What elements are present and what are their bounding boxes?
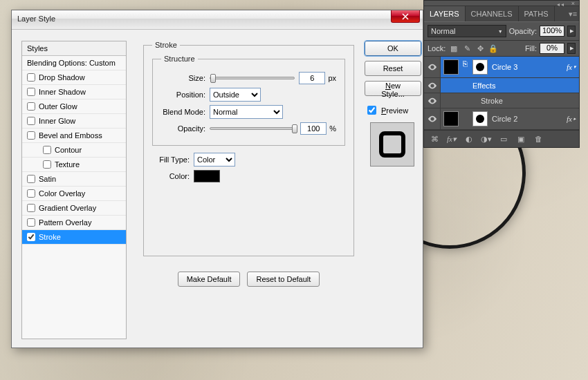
panel-close-icon[interactable]: × — [571, 0, 575, 7]
fx-badge[interactable]: fx — [567, 115, 572, 123]
opacity-slider-thumb[interactable] — [292, 124, 297, 133]
make-default-button[interactable]: Make Default — [178, 272, 241, 287]
fill-input[interactable]: 0% — [540, 43, 564, 54]
color-overlay-checkbox[interactable] — [27, 189, 35, 198]
size-slider-thumb[interactable] — [210, 74, 216, 83]
add-mask-icon[interactable]: ◐ — [463, 134, 475, 144]
satin-checkbox[interactable] — [27, 175, 35, 183]
visibility-toggle[interactable] — [424, 57, 441, 77]
lock-pixels-icon[interactable]: ✎ — [461, 43, 472, 54]
style-item-gradient-overlay[interactable]: Gradient Overlay — [22, 201, 126, 216]
dialog-titlebar[interactable]: Layer Style — [12, 10, 423, 30]
collapse-icon[interactable]: ◂◂ — [557, 1, 565, 8]
lock-all-icon[interactable]: 🔒 — [488, 43, 499, 54]
styles-header[interactable]: Styles — [22, 41, 126, 56]
fill-flyout-icon[interactable]: ▶ — [567, 43, 576, 54]
layer-style-dialog: Layer Style Styles Blending Options: Cus… — [11, 10, 423, 348]
drop-shadow-checkbox[interactable] — [27, 73, 35, 82]
bevel-checkbox[interactable] — [27, 131, 35, 140]
opacity-flyout-icon[interactable]: ▶ — [567, 26, 576, 37]
panel-opacity-label: Opacity: — [509, 27, 537, 35]
eye-icon — [428, 62, 437, 72]
eye-icon — [428, 96, 437, 106]
size-label: Size: — [161, 74, 205, 82]
lock-position-icon[interactable]: ✥ — [475, 43, 486, 54]
panel-menu-icon[interactable]: ▾≡ — [567, 6, 579, 21]
layer-thumb[interactable] — [443, 59, 459, 75]
link-icon[interactable]: ⎘ — [463, 59, 468, 75]
visibility-toggle[interactable] — [424, 78, 441, 93]
style-item-stroke[interactable]: Stroke — [22, 230, 126, 245]
layer-blend-mode-select[interactable]: Normal▼ — [428, 25, 506, 37]
layer-thumb[interactable] — [443, 111, 459, 126]
style-item-inner-glow[interactable]: Inner Glow — [22, 114, 126, 129]
layer-mask[interactable] — [472, 111, 488, 126]
blend-mode-label: Blend Mode: — [161, 108, 205, 116]
fx-badge[interactable]: fx — [567, 63, 572, 71]
contour-checkbox[interactable] — [43, 146, 51, 154]
inner-shadow-checkbox[interactable] — [27, 88, 35, 96]
link-layers-icon[interactable]: ⌘ — [429, 134, 440, 144]
stroke-checkbox[interactable] — [27, 233, 35, 241]
layer-name[interactable]: Circle 3 — [492, 63, 517, 71]
layer-row-circle2[interactable]: Circle 2 fx▸ — [424, 108, 579, 130]
eye-icon — [428, 81, 437, 91]
style-item-texture[interactable]: Texture — [22, 158, 126, 172]
style-item-satin[interactable]: Satin — [22, 172, 126, 187]
tab-paths[interactable]: PATHS — [519, 6, 555, 21]
filltype-select[interactable]: Color — [194, 153, 235, 167]
effects-row[interactable]: Effects — [424, 78, 579, 93]
new-style-button[interactable]: NNew Style...ew Style... — [365, 81, 421, 96]
panel-grip[interactable]: ◂◂× — [424, 1, 579, 6]
styles-list: Styles Blending Options: Custom Drop Sha… — [21, 41, 127, 339]
dialog-action-column: OK Reset NNew Style...ew Style... Previe… — [365, 41, 421, 167]
inner-glow-checkbox[interactable] — [27, 117, 35, 125]
opacity-input[interactable] — [300, 122, 327, 135]
visibility-toggle[interactable] — [424, 108, 441, 129]
style-item-drop-shadow[interactable]: Drop Shadow — [22, 70, 126, 85]
new-group-icon[interactable]: ▭ — [498, 134, 509, 144]
window-close-button[interactable] — [391, 10, 420, 23]
reset-button[interactable]: Reset — [365, 61, 421, 76]
delete-layer-icon[interactable]: 🗑 — [533, 134, 544, 144]
stroke-color-swatch[interactable] — [194, 170, 220, 182]
size-slider[interactable] — [210, 77, 295, 79]
layer-name[interactable]: Circle 2 — [492, 115, 517, 123]
style-item-color-overlay[interactable]: Color Overlay — [22, 187, 126, 201]
tab-layers[interactable]: LAYERS — [424, 6, 466, 21]
fx-chevron-icon[interactable]: ▾ — [573, 64, 576, 70]
layer-mask[interactable] — [472, 59, 488, 75]
style-item-contour[interactable]: Contour — [22, 143, 126, 158]
fx-chevron-icon[interactable]: ▸ — [573, 116, 576, 122]
add-style-icon[interactable]: fx▾ — [446, 134, 457, 144]
blending-options-item[interactable]: Blending Options: Custom — [22, 56, 126, 70]
effects-label: Effects — [441, 82, 495, 90]
gradient-overlay-checkbox[interactable] — [27, 204, 35, 212]
position-label: Position: — [161, 91, 205, 99]
size-input[interactable] — [299, 72, 325, 84]
adjustment-layer-icon[interactable]: ◑▾ — [481, 134, 492, 144]
style-item-bevel[interactable]: Bevel and Emboss — [22, 129, 126, 143]
preview-checkbox[interactable] — [367, 106, 376, 115]
reset-default-button[interactable]: Reset to Default — [247, 272, 320, 287]
panel-opacity-input[interactable]: 100% — [540, 26, 564, 37]
ok-button[interactable]: OK — [365, 41, 421, 56]
layer-row-circle3[interactable]: ⎘ Circle 3 fx▾ — [424, 57, 579, 78]
opacity-slider[interactable] — [210, 127, 296, 130]
close-icon — [402, 13, 409, 20]
tab-channels[interactable]: CHANNELS — [466, 6, 519, 21]
position-select[interactable]: Outside — [210, 88, 261, 102]
pattern-overlay-checkbox[interactable] — [27, 218, 35, 227]
visibility-toggle[interactable] — [424, 93, 441, 108]
blend-mode-select[interactable]: Normal — [210, 105, 283, 119]
lock-transparency-icon[interactable]: ▩ — [448, 43, 459, 54]
outer-glow-checkbox[interactable] — [27, 102, 35, 111]
link-icon[interactable] — [463, 111, 468, 126]
style-item-outer-glow[interactable]: Outer Glow — [22, 99, 126, 114]
style-item-inner-shadow[interactable]: Inner Shadow — [22, 85, 126, 99]
new-layer-icon[interactable]: ▣ — [515, 134, 526, 144]
style-item-pattern-overlay[interactable]: Pattern Overlay — [22, 216, 126, 230]
effect-stroke-row[interactable]: Stroke — [424, 93, 579, 108]
texture-checkbox[interactable] — [43, 160, 51, 169]
preview-shape — [379, 131, 405, 158]
